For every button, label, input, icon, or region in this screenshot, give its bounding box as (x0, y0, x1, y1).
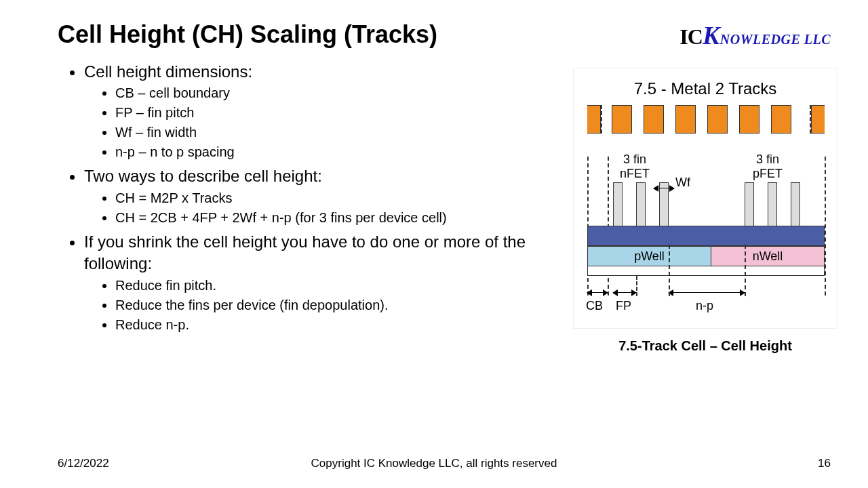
label-cb: CB (586, 299, 603, 313)
footer-page-number: 16 (818, 457, 831, 470)
vdash-np-left (669, 245, 670, 296)
nwell: nWell (711, 247, 824, 266)
logo-llc: LLC (800, 32, 831, 47)
diagram-caption: 7.5-Track Cell – Cell Height (573, 338, 837, 354)
label-np: n-p (696, 299, 713, 313)
bullet-3c: Reduce n-p. (115, 316, 536, 334)
bullet-3-text: If you shrink the cell height you have t… (84, 232, 526, 272)
track-half-left (587, 105, 601, 134)
vdash-np-right (745, 245, 746, 296)
track-half-left-dash (601, 105, 602, 134)
diagram-title: 7.5 - Metal 2 Tracks (574, 79, 837, 98)
track-half-right (811, 105, 825, 134)
bullet-3: If you shrink the cell height you have t… (84, 231, 536, 334)
well-row: pWell nWell (587, 246, 825, 266)
label-wf: Wf (675, 176, 690, 190)
vdash-fp-end (636, 276, 637, 296)
bullet-1-text: Cell height dimensions: (84, 62, 252, 81)
bullet-3b: Reduce the fins per device (fin depopula… (115, 296, 536, 314)
logo-rest: NOWLEDGE (720, 32, 800, 47)
pwell: pWell (588, 247, 711, 266)
label-fp: FP (616, 299, 631, 313)
track-5 (739, 105, 760, 134)
label-pfet: 3 fin pFET (753, 152, 783, 180)
label-nfet-1: 3 fin (623, 152, 646, 166)
bullet-3a: Reduce fin pitch. (115, 277, 536, 295)
bullet-1a: CB – cell boundary (115, 84, 536, 102)
bullet-2b: CH = 2CB + 4FP + 2Wf + n-p (for 3 fins p… (115, 209, 536, 227)
bullet-2-text: Two ways to describe cell height: (84, 167, 322, 185)
arrow-wf (654, 188, 674, 189)
label-pfet-1: 3 fin (756, 152, 779, 166)
bullet-2: Two ways to describe cell height: CH = M… (84, 165, 536, 226)
label-pfet-2: pFET (753, 167, 783, 180)
vdash-right-boundary (825, 157, 826, 296)
active-strip (587, 226, 825, 246)
bullet-2a: CH = M2P x Tracks (115, 189, 536, 207)
arrow-np (669, 292, 745, 293)
logo-k: K (703, 21, 720, 49)
label-nfet-2: nFET (620, 167, 650, 180)
slide: Cell Height (CH) Scaling (Tracks) ICKNOW… (0, 0, 868, 488)
track-3 (675, 105, 696, 134)
label-nfet: 3 fin nFET (620, 152, 650, 180)
diagram-wrap: 7.5 - Metal 2 Tracks (573, 68, 837, 354)
track-2 (644, 105, 664, 134)
track-1 (612, 105, 632, 134)
arrow-cb (587, 292, 608, 293)
substrate-row (587, 266, 825, 276)
footer-copyright: Copyright IC Knowledge LLC, all rights r… (0, 457, 868, 470)
track-4 (707, 105, 728, 134)
bullet-1b: FP – fin pitch (115, 104, 536, 122)
slide-title: Cell Height (CH) Scaling (Tracks) (58, 20, 437, 49)
arrow-fp (613, 292, 636, 293)
diagram: 7.5 - Metal 2 Tracks (573, 68, 837, 329)
logo-icknowledge: ICKNOWLEDGE LLC (679, 20, 831, 50)
bullet-1d: n-p – n to p spacing (115, 143, 536, 161)
bullet-1c: Wf – fin width (115, 123, 536, 142)
content-area: Cell height dimensions: CB – cell bounda… (68, 61, 536, 338)
logo-ic: IC (679, 24, 703, 49)
bullet-1: Cell height dimensions: CB – cell bounda… (84, 61, 536, 161)
track-6 (771, 105, 791, 134)
